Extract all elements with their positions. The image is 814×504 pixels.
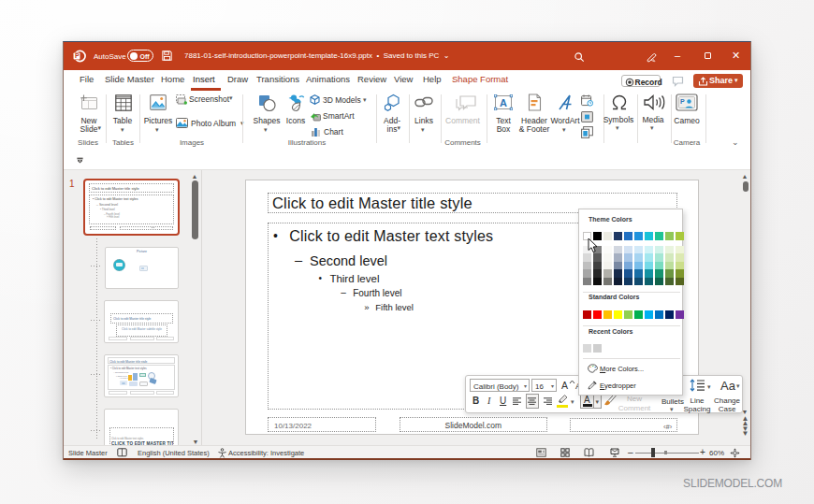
- svg-text:A: A: [500, 97, 507, 108]
- svg-text:P: P: [680, 98, 685, 105]
- svg-text:P: P: [75, 52, 80, 59]
